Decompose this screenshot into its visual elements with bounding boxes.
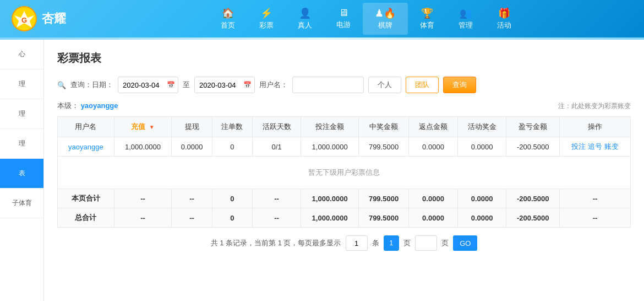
cell-withdraw: 0.0000: [172, 137, 212, 157]
lottery-icon: ⚡: [260, 7, 272, 19]
th-bet-amount: 投注金额: [301, 117, 358, 137]
top-nav: G 杏耀 🏠 首页 ⚡ 彩票 👤 真人 🖥 电游 ♟🔥 棋牌 🏆 体育 �: [0, 0, 644, 37]
page-1-button[interactable]: 1: [384, 235, 400, 251]
nav-label-chess: 棋牌: [378, 20, 392, 30]
sidebar-label-esports2: 子体育: [12, 199, 32, 207]
summary-page-profit: -200.5000: [506, 189, 560, 208]
go-button[interactable]: GO: [453, 235, 477, 251]
username-label: 用户名：: [259, 80, 288, 90]
to-text: 至: [183, 80, 190, 90]
summary-total-action: --: [559, 208, 630, 228]
nav-item-activity[interactable]: 🎁 活动: [485, 3, 523, 35]
go-page-input[interactable]: [415, 235, 437, 251]
table-body: yaoyangge 1,000.0000 0.0000 0 0/1 1,000.…: [58, 137, 631, 228]
action-track-link[interactable]: 追号: [588, 142, 602, 150]
summary-total-profit: -200.5000: [506, 208, 560, 228]
logo-icon: G: [11, 6, 37, 32]
sort-arrow-recharge: ▼: [149, 124, 155, 130]
th-active-days: 活跃天数: [252, 117, 301, 137]
th-win-amount: 中奖金额: [358, 117, 408, 137]
cell-actions: 投注 追号 账变: [559, 137, 630, 157]
sidebar-label-manage2: 理: [19, 110, 25, 117]
cell-active-days: 0/1: [252, 137, 301, 157]
sidebar: 心 理 理 理 表 子体育: [0, 40, 44, 301]
nav-items: 🏠 首页 ⚡ 彩票 👤 真人 🖥 电游 ♟🔥 棋牌 🏆 体育 👥 管理 🎁: [99, 3, 633, 35]
th-profit: 盈亏金额: [506, 117, 560, 137]
summary-total-withdraw: --: [172, 208, 212, 228]
nav-item-lottery[interactable]: ⚡ 彩票: [247, 3, 286, 35]
summary-page-withdraw: --: [172, 189, 212, 208]
filter-query-label: 查询：日期：: [70, 80, 113, 90]
chess-icon: ♟🔥: [375, 7, 396, 19]
pagination-go-label-pre: 页: [403, 238, 411, 248]
nav-label-sports: 体育: [420, 20, 434, 30]
summary-total-activity: 0.0000: [457, 208, 506, 228]
action-account-link[interactable]: 账变: [604, 142, 619, 150]
pagination-page-text: 条: [372, 238, 379, 248]
filter-search-icon: 🔍: [57, 81, 66, 89]
main-content: 彩票报表 🔍 查询：日期： 📅 至 📅 用户名： 个人 团队 查询 本级：: [44, 40, 644, 301]
nav-label-lottery: 彩票: [259, 20, 274, 30]
date-to-wrap: 📅: [194, 77, 255, 93]
action-bet-link[interactable]: 投注: [571, 142, 586, 150]
pagination-info: 共 1 条记录，当前第 1 页，每页最多显示: [211, 238, 341, 248]
query-button[interactable]: 查询: [443, 77, 476, 93]
cell-bet-count: 0: [212, 137, 252, 157]
main-layout: 心 理 理 理 表 子体育 彩票报表 🔍 查询：日期： 📅 至: [0, 40, 644, 301]
pagination-row: 共 1 条记录，当前第 1 页，每页最多显示 条 1 页 页 GO: [57, 235, 631, 251]
summary-page-bet-count: 0: [212, 189, 252, 208]
current-user-name[interactable]: yaoyangge: [81, 101, 118, 110]
sidebar-item-center[interactable]: 心: [0, 40, 43, 69]
nav-item-sports[interactable]: 🏆 体育: [408, 3, 446, 35]
sidebar-item-report[interactable]: 表: [0, 159, 43, 189]
summary-total-win-amount: 799.5000: [358, 208, 408, 228]
summary-page-active-days: --: [252, 189, 301, 208]
sidebar-item-manage1[interactable]: 理: [0, 69, 43, 99]
individual-button[interactable]: 个人: [368, 77, 401, 93]
info-row: 本级： yaoyangge 注：此处账变为彩票账变: [57, 101, 631, 111]
sidebar-label-manage3: 理: [19, 139, 25, 147]
nav-item-chess[interactable]: ♟🔥 棋牌: [363, 3, 408, 35]
manage-icon: 👥: [460, 7, 472, 19]
th-withdraw: 提现: [172, 117, 212, 137]
summary-total-bet-count: 0: [212, 208, 252, 228]
cell-activity: 0.0000: [457, 137, 506, 157]
sidebar-item-esports2[interactable]: 子体育: [0, 189, 43, 218]
summary-total-bet-amount: 1,000.0000: [301, 208, 358, 228]
esports-icon: 🖥: [339, 7, 348, 19]
sidebar-item-manage3[interactable]: 理: [0, 129, 43, 159]
page-summary-row: 本页合计 -- -- 0 -- 1,000.0000 799.5000 0.00…: [58, 189, 631, 208]
nav-item-esports[interactable]: 🖥 电游: [324, 3, 363, 35]
sidebar-item-manage2[interactable]: 理: [0, 99, 43, 129]
nav-item-live[interactable]: 👤 真人: [286, 3, 324, 35]
summary-page-rebate: 0.0000: [409, 189, 458, 208]
summary-total-recharge: --: [114, 208, 171, 228]
cell-profit: -200.5000: [506, 137, 560, 157]
nav-item-manage[interactable]: 👥 管理: [446, 3, 485, 35]
nav-label-live: 真人: [298, 20, 312, 30]
page-title: 彩票报表: [57, 51, 631, 66]
nav-label-manage: 管理: [459, 20, 473, 30]
logo-text: 杏耀: [42, 10, 66, 27]
cell-bet-amount: 1,000.0000: [301, 137, 358, 157]
date-to-input[interactable]: [194, 77, 255, 93]
table-head: 用户名 充值 ▼ 提现 注单数 活跃天数: [58, 117, 631, 137]
total-summary-row: 总合计 -- -- 0 -- 1,000.0000 799.5000 0.000…: [58, 208, 631, 228]
username-input[interactable]: [292, 77, 364, 93]
sports-icon: 🏆: [421, 7, 433, 19]
nav-item-home[interactable]: 🏠 首页: [209, 3, 247, 35]
sidebar-label-center: 心: [19, 50, 25, 58]
per-page-input[interactable]: [346, 235, 368, 251]
empty-sublevel-row: 暂无下级用户彩票信息: [58, 157, 631, 189]
summary-page-activity: 0.0000: [457, 189, 506, 208]
team-button[interactable]: 团队: [406, 77, 439, 93]
empty-message: 暂无下级用户彩票信息: [58, 157, 631, 189]
username-link[interactable]: yaoyangge: [68, 143, 103, 151]
date-from-input[interactable]: [118, 77, 178, 93]
data-table: 用户名 充值 ▼ 提现 注单数 活跃天数: [57, 116, 631, 228]
summary-page-bet-amount: 1,000.0000: [301, 189, 358, 208]
activity-icon: 🎁: [498, 7, 510, 19]
pagination-page-label: 页: [441, 238, 449, 248]
cell-rebate: 0.0000: [409, 137, 458, 157]
th-recharge[interactable]: 充值 ▼: [114, 117, 171, 137]
